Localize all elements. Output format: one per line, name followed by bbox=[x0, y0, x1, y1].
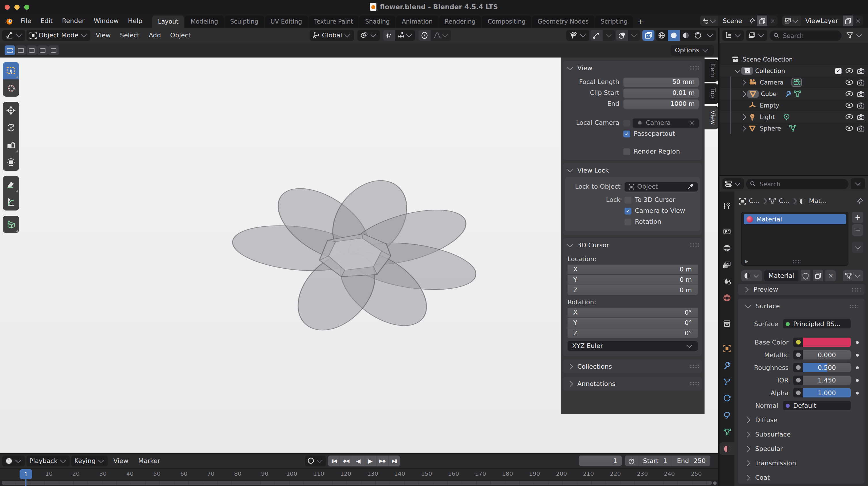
lock-to-object-field[interactable]: Object bbox=[624, 182, 698, 191]
sidebar-tab-item[interactable]: Item bbox=[705, 59, 718, 82]
show-object-types-selector[interactable] bbox=[566, 30, 589, 41]
material-name-field[interactable]: Material bbox=[765, 270, 798, 281]
timeline-ruler[interactable]: 1 10203040506070809010011012013014015016… bbox=[0, 468, 718, 480]
workspace-tab-sculpting[interactable]: Sculpting bbox=[224, 15, 264, 28]
start-frame-field[interactable]: Start1 bbox=[638, 456, 672, 466]
disable-render-camera-icon[interactable] bbox=[857, 125, 865, 131]
collapse-chevron-icon[interactable] bbox=[733, 69, 741, 73]
lock-rotation-checkbox[interactable] bbox=[624, 218, 631, 225]
breadcrumb-material[interactable]: Mat... bbox=[809, 197, 827, 205]
slot-expand-icon[interactable]: ▶ bbox=[745, 259, 748, 264]
cursor-rotation-x-field[interactable]: X0° bbox=[567, 308, 698, 318]
scene-selector[interactable]: Scene × bbox=[700, 15, 778, 26]
tool-measure[interactable] bbox=[3, 193, 19, 210]
material-slot-selected[interactable]: Material bbox=[744, 214, 846, 224]
end-frame-field[interactable]: End250 bbox=[672, 456, 710, 466]
playback-menu[interactable]: Playback bbox=[27, 455, 70, 466]
outliner-row-collection[interactable]: Collection ✓ bbox=[719, 65, 868, 76]
outliner-row-cube[interactable]: Cube bbox=[719, 88, 868, 99]
mode-selector[interactable]: Object Mode bbox=[27, 30, 91, 41]
shading-wireframe-button[interactable] bbox=[656, 30, 668, 41]
view-lock-section-header[interactable]: View Lock bbox=[566, 166, 699, 175]
workspace-tab-geometry-nodes[interactable]: Geometry Nodes bbox=[532, 15, 594, 28]
cursor-location-x-field[interactable]: X0 m bbox=[567, 265, 698, 274]
collapsed-subsection-header[interactable]: Specular bbox=[744, 444, 862, 454]
roughness-slider[interactable]: 0.500 bbox=[793, 363, 851, 372]
remove-material-slot-button[interactable]: − bbox=[852, 224, 863, 236]
pivot-point-selector[interactable] bbox=[358, 30, 380, 41]
camera-data-icon[interactable] bbox=[792, 78, 802, 87]
tool-select-box[interactable] bbox=[3, 62, 19, 79]
focal-length-field[interactable]: 50 mm bbox=[623, 77, 699, 87]
surface-section-header[interactable]: Surface bbox=[740, 301, 862, 312]
list-resize-grip[interactable] bbox=[792, 259, 801, 264]
timeline-menu-marker[interactable]: Marker bbox=[134, 457, 164, 465]
tool-scale[interactable] bbox=[3, 136, 19, 154]
workspace-tab-shading[interactable]: Shading bbox=[360, 15, 396, 28]
workspace-tab-animation[interactable]: Animation bbox=[396, 15, 438, 28]
tool-transform[interactable] bbox=[3, 154, 19, 171]
render-region-checkbox[interactable] bbox=[623, 148, 630, 155]
viewport-menu-add[interactable]: Add bbox=[145, 32, 165, 39]
shading-material-preview-button[interactable] bbox=[680, 30, 692, 41]
panel-grip-icon[interactable] bbox=[689, 66, 699, 70]
gizmo-options-selector[interactable] bbox=[603, 30, 615, 41]
normal-field[interactable]: Default bbox=[783, 401, 851, 410]
cursor-rotation-y-field[interactable]: Y0° bbox=[567, 318, 698, 328]
base-color-swatch[interactable] bbox=[803, 337, 851, 347]
workspace-tab-scripting[interactable]: Scripting bbox=[595, 15, 633, 28]
outliner-row-empty[interactable]: Empty bbox=[719, 99, 868, 111]
tab-scene[interactable] bbox=[719, 275, 735, 288]
animate-decorator[interactable] bbox=[856, 353, 859, 356]
properties-search[interactable] bbox=[746, 179, 848, 189]
sidebar-tab-view[interactable]: View bbox=[705, 106, 718, 130]
select-mode-subtract-button[interactable] bbox=[27, 45, 37, 55]
tool-move[interactable] bbox=[3, 102, 19, 119]
browse-material-button[interactable] bbox=[741, 270, 762, 281]
menu-edit[interactable]: Edit bbox=[36, 15, 57, 26]
lock-to-3d-cursor-checkbox[interactable] bbox=[624, 196, 631, 203]
timeline-scrollbar[interactable] bbox=[0, 480, 718, 486]
link-material-target-selector[interactable] bbox=[843, 270, 863, 281]
tab-physics[interactable] bbox=[719, 392, 735, 405]
hide-eye-icon[interactable] bbox=[845, 102, 854, 108]
collapsed-subsection-header[interactable]: Coat bbox=[744, 472, 862, 483]
viewport-canvas[interactable]: View Focal Length 50 mm Clip Start 0.01 … bbox=[0, 58, 718, 453]
toggle-xray-button[interactable] bbox=[642, 30, 654, 41]
workspace-tab-layout[interactable]: Layout bbox=[152, 15, 184, 28]
remove-view-layer-button[interactable]: × bbox=[853, 15, 863, 26]
disable-render-camera-icon[interactable] bbox=[857, 68, 865, 74]
new-scene-button[interactable] bbox=[757, 15, 767, 26]
menu-window[interactable]: Window bbox=[90, 15, 123, 26]
collapsed-subsection-header[interactable]: Subsurface bbox=[744, 429, 862, 440]
tab-modifiers[interactable] bbox=[719, 359, 735, 371]
workspace-tab-rendering[interactable]: Rendering bbox=[439, 15, 481, 28]
workspace-tab-texture-paint[interactable]: Texture Paint bbox=[308, 15, 359, 28]
disable-render-camera-icon[interactable] bbox=[857, 91, 865, 97]
new-material-button[interactable] bbox=[813, 270, 824, 281]
tab-render[interactable] bbox=[719, 225, 735, 237]
play-button[interactable]: ▶ bbox=[364, 455, 376, 466]
proportional-falloff-selector[interactable] bbox=[431, 30, 452, 41]
jump-to-start-button[interactable]: ▮◀ bbox=[328, 455, 340, 466]
outliner-row-scene-collection[interactable]: Scene Collection bbox=[719, 54, 868, 65]
view-section-header[interactable]: View bbox=[566, 63, 699, 72]
tab-particles[interactable] bbox=[719, 376, 735, 388]
alpha-slider[interactable]: 1.000 bbox=[793, 388, 851, 397]
blender-logo-icon[interactable] bbox=[5, 17, 13, 25]
outliner-display-mode-selector[interactable] bbox=[746, 30, 767, 41]
clip-end-field[interactable]: 1000 m bbox=[623, 99, 699, 108]
viewport-menu-select[interactable]: Select bbox=[116, 32, 144, 39]
tab-world[interactable] bbox=[719, 292, 735, 304]
show-overlays-toggle[interactable] bbox=[616, 30, 628, 41]
keying-menu[interactable]: Keying bbox=[71, 455, 107, 466]
current-frame-field[interactable]: 1 bbox=[579, 456, 622, 466]
breadcrumb-object[interactable]: C... bbox=[749, 197, 759, 205]
timeline-playhead[interactable]: 1 bbox=[20, 469, 32, 479]
shading-options-selector[interactable] bbox=[704, 30, 716, 41]
play-reverse-button[interactable]: ◀ bbox=[352, 455, 364, 466]
panel-grip-icon[interactable] bbox=[849, 304, 858, 309]
outliner-row-camera[interactable]: Camera bbox=[719, 76, 868, 88]
animate-decorator[interactable] bbox=[856, 391, 859, 394]
previous-keyframe-button[interactable]: ◆◀ bbox=[340, 455, 352, 466]
